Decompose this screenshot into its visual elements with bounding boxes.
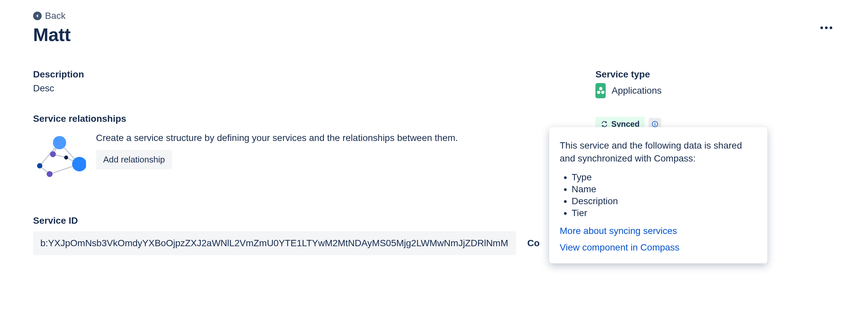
page-title: Matt — [33, 24, 70, 45]
svg-point-15 — [601, 91, 604, 94]
back-label: Back — [45, 10, 65, 21]
sync-info-popover: This service and the following data is s… — [549, 127, 768, 263]
info-icon — [652, 121, 658, 127]
popover-intro: This service and the following data is s… — [560, 139, 757, 165]
svg-rect-18 — [655, 122, 656, 123]
svg-point-10 — [46, 171, 53, 177]
popover-list-item: Description — [571, 196, 757, 206]
dot-icon — [820, 27, 823, 29]
copy-service-id-button[interactable]: Co — [524, 231, 543, 255]
applications-icon — [595, 83, 606, 98]
popover-list: Type Name Description Tier — [571, 172, 757, 219]
more-actions-button[interactable] — [818, 24, 835, 32]
back-arrow-icon — [33, 11, 42, 20]
svg-point-8 — [72, 157, 86, 171]
service-id-label: Service ID — [33, 215, 595, 226]
svg-point-7 — [53, 136, 66, 149]
popover-list-item: Type — [571, 172, 757, 183]
sync-icon — [601, 120, 608, 128]
add-relationship-button[interactable]: Add relationship — [96, 150, 172, 169]
service-relationships-section: Service relationships — [33, 114, 595, 179]
back-link[interactable]: Back — [33, 10, 70, 21]
service-type-value: Applications — [612, 85, 661, 96]
popover-list-item: Name — [571, 184, 757, 195]
svg-point-13 — [599, 87, 602, 90]
service-id-value[interactable]: b:YXJpOmNsb3VkOmdyYXBoOjpzZXJ2aWNlL2VmZm… — [33, 231, 516, 255]
description-section: Description Desc — [33, 69, 595, 94]
description-label: Description — [33, 69, 595, 80]
svg-point-11 — [50, 151, 56, 157]
view-in-compass-link[interactable]: View component in Compass — [560, 242, 757, 253]
more-about-syncing-link[interactable]: More about syncing services — [560, 226, 757, 236]
svg-rect-17 — [655, 123, 656, 126]
service-id-section: Service ID b:YXJpOmNsb3VkOmdyYXBoOjpzZXJ… — [33, 215, 595, 255]
dot-icon — [830, 27, 832, 29]
service-type-label: Service type — [595, 69, 661, 80]
dot-icon — [825, 27, 828, 29]
popover-list-item: Tier — [571, 208, 757, 219]
service-relationships-help-text: Create a service structure by defining y… — [96, 133, 458, 143]
relationship-graph-illustration — [33, 133, 86, 179]
svg-point-14 — [597, 91, 600, 94]
service-relationships-label: Service relationships — [33, 114, 595, 124]
svg-point-9 — [37, 163, 42, 168]
description-value: Desc — [33, 83, 595, 94]
service-type-row: Applications — [595, 83, 661, 98]
svg-point-12 — [64, 155, 68, 160]
